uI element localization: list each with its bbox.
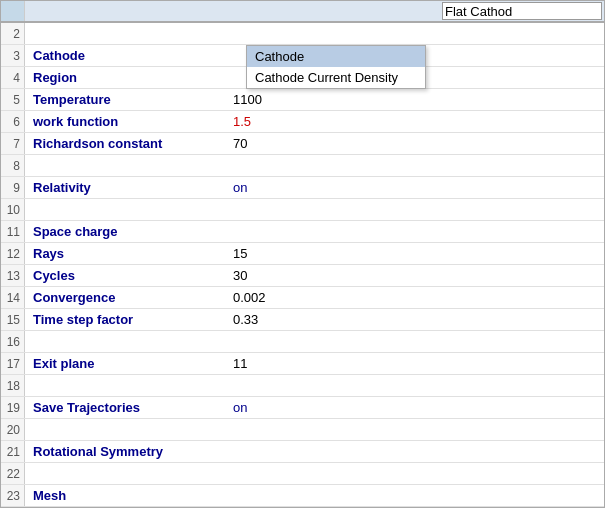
data-label: Rays (33, 246, 233, 261)
table-row[interactable]: 8 (1, 155, 604, 177)
row-number: 5 (1, 89, 25, 110)
table-row[interactable]: 15Time step factor0.33 (1, 309, 604, 331)
data-value2: 1.5 (233, 114, 313, 129)
table-row[interactable]: 9Relativityon (1, 177, 604, 199)
data-value2: 11 (233, 356, 313, 371)
data-value2: 15 (233, 246, 313, 261)
data-value2: on (233, 400, 313, 415)
data-label: Region (33, 70, 233, 85)
title-input[interactable] (442, 2, 602, 20)
data-value2: on (233, 180, 313, 195)
row-number: 4 (1, 67, 25, 88)
row-number: 9 (1, 177, 25, 198)
table-row[interactable]: 13Cycles30 (1, 265, 604, 287)
row-number: 13 (1, 265, 25, 286)
row-number: 16 (1, 331, 25, 352)
table-row[interactable]: 7Richardson constant70 (1, 133, 604, 155)
row-number: 6 (1, 111, 25, 132)
table-row[interactable]: 10 (1, 199, 604, 221)
rows-container: 23Cathode4Region1305Temperature11006work… (1, 23, 604, 507)
row-content: Relativityon (25, 180, 604, 195)
row-number: 2 (1, 23, 25, 44)
row-number: 19 (1, 397, 25, 418)
row-number: 23 (1, 485, 25, 506)
row-number: 14 (1, 287, 25, 308)
data-label: Temperature (33, 92, 233, 107)
row-number: 11 (1, 221, 25, 242)
header-input-area (442, 2, 604, 20)
row-number: 7 (1, 133, 25, 154)
section-header-label: Rotational Symmetry (33, 444, 233, 459)
dropdown-item-cathode[interactable]: Cathode (247, 46, 425, 67)
row-content: Temperature1100 (25, 92, 604, 107)
row-number: 8 (1, 155, 25, 176)
section-header-label: Cathode (33, 48, 233, 63)
data-value2: 0.002 (233, 290, 313, 305)
header-row-num (1, 1, 25, 21)
row-number: 17 (1, 353, 25, 374)
row-content: work function1.5 (25, 114, 604, 129)
row-content: Rotational Symmetry (25, 444, 604, 459)
row-content: Rays15 (25, 246, 604, 261)
table-row[interactable]: 19Save Trajectorieson (1, 397, 604, 419)
row-number: 21 (1, 441, 25, 462)
row-number: 12 (1, 243, 25, 264)
table-row[interactable]: 11Space charge (1, 221, 604, 243)
dropdown-item-cathode-current-density[interactable]: Cathode Current Density (247, 67, 425, 88)
data-label: Convergence (33, 290, 233, 305)
table-row[interactable]: 5Temperature1100 (1, 89, 604, 111)
row-number: 18 (1, 375, 25, 396)
row-content: Convergence0.002 (25, 290, 604, 305)
data-value2: 0.33 (233, 312, 313, 327)
table-row[interactable]: 21Rotational Symmetry (1, 441, 604, 463)
data-label: Save Trajectories (33, 400, 233, 415)
row-number: 3 (1, 45, 25, 66)
data-value2: 70 (233, 136, 313, 151)
data-value2: 30 (233, 268, 313, 283)
data-value2: 1100 (233, 92, 313, 107)
dropdown-container: Cathode Cathode Current Density (246, 45, 426, 89)
row-content: Time step factor0.33 (25, 312, 604, 327)
data-label: Exit plane (33, 356, 233, 371)
data-label: work function (33, 114, 233, 129)
dropdown[interactable]: Cathode Cathode Current Density (246, 45, 426, 89)
row-content: Richardson constant70 (25, 136, 604, 151)
row-number: 10 (1, 199, 25, 220)
table-row[interactable]: 12Rays15 (1, 243, 604, 265)
table-row[interactable]: 6work function1.5 (1, 111, 604, 133)
row-content: Cycles30 (25, 268, 604, 283)
spreadsheet: Cathode Cathode Current Density 23Cathod… (0, 0, 605, 508)
table-row[interactable]: 22 (1, 463, 604, 485)
table-row[interactable]: 20 (1, 419, 604, 441)
section-header-label: Space charge (33, 224, 233, 239)
row-content: Space charge (25, 224, 604, 239)
data-label: Cycles (33, 268, 233, 283)
table-row[interactable]: 17Exit plane11 (1, 353, 604, 375)
section-header-label: Mesh (33, 488, 233, 503)
data-label: Relativity (33, 180, 233, 195)
row-number: 15 (1, 309, 25, 330)
row-content: Exit plane11 (25, 356, 604, 371)
table-row[interactable]: 14Convergence0.002 (1, 287, 604, 309)
table-row[interactable]: 2 (1, 23, 604, 45)
row-content: Save Trajectorieson (25, 400, 604, 415)
data-label: Richardson constant (33, 136, 233, 151)
row-number: 22 (1, 463, 25, 484)
table-row[interactable]: 23Mesh (1, 485, 604, 507)
table-row[interactable]: 18 (1, 375, 604, 397)
row-number: 20 (1, 419, 25, 440)
header-row (1, 1, 604, 23)
row-content: Mesh (25, 488, 604, 503)
data-label: Time step factor (33, 312, 233, 327)
table-row[interactable]: 16 (1, 331, 604, 353)
